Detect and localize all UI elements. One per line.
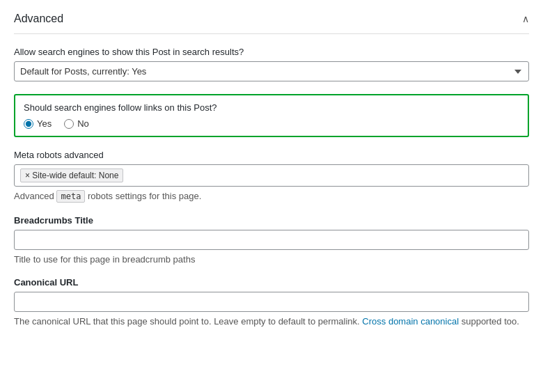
breadcrumbs-input[interactable]: [14, 230, 529, 250]
meta-robots-tag-text: × Site-wide default: None: [25, 171, 118, 180]
follow-links-no-text: No: [77, 118, 89, 129]
canonical-url-helper-before: The canonical URL that this page should …: [14, 316, 360, 327]
cross-domain-canonical-link[interactable]: Cross domain canonical: [362, 316, 459, 327]
search-engines-show-select[interactable]: Default for Posts, currently: Yes Yes No: [14, 61, 529, 81]
section-title: Advanced: [14, 13, 63, 25]
follow-links-no-radio[interactable]: [64, 119, 74, 129]
collapse-icon[interactable]: ∧: [522, 13, 529, 24]
meta-robots-tag-input[interactable]: × Site-wide default: None: [14, 164, 529, 187]
meta-robots-field: Meta robots advanced × Site-wide default…: [14, 150, 529, 203]
meta-badge: meta: [56, 190, 85, 203]
follow-links-box: Should search engines follow links on th…: [14, 94, 529, 137]
meta-robots-label: Meta robots advanced: [14, 150, 529, 160]
follow-links-radio-group: Yes No: [24, 118, 519, 129]
meta-robots-helper-before: Advanced: [14, 191, 54, 201]
canonical-url-helper: The canonical URL that this page should …: [14, 316, 529, 327]
canonical-url-label: Canonical URL: [14, 277, 529, 288]
meta-robots-helper: Advanced meta robots settings for this p…: [14, 190, 529, 203]
follow-links-yes-radio[interactable]: [24, 119, 33, 129]
meta-robots-helper-after: robots settings for this page.: [88, 191, 201, 201]
follow-links-yes-label[interactable]: Yes: [24, 118, 52, 129]
search-engines-show-field: Allow search engines to show this Post i…: [14, 47, 529, 81]
canonical-url-input[interactable]: [14, 292, 529, 312]
follow-links-yes-text: Yes: [37, 118, 52, 129]
breadcrumbs-helper: Title to use for this page in breadcrumb…: [14, 254, 529, 265]
breadcrumbs-label: Breadcrumbs Title: [14, 215, 529, 226]
follow-links-question: Should search engines follow links on th…: [24, 102, 519, 113]
breadcrumbs-field: Breadcrumbs Title Title to use for this …: [14, 215, 529, 265]
canonical-url-field: Canonical URL The canonical URL that thi…: [14, 277, 529, 327]
follow-links-no-label[interactable]: No: [64, 118, 89, 129]
meta-robots-tag[interactable]: × Site-wide default: None: [20, 168, 123, 182]
search-engines-show-label: Allow search engines to show this Post i…: [14, 47, 529, 57]
section-header: Advanced ∧: [14, 7, 529, 34]
